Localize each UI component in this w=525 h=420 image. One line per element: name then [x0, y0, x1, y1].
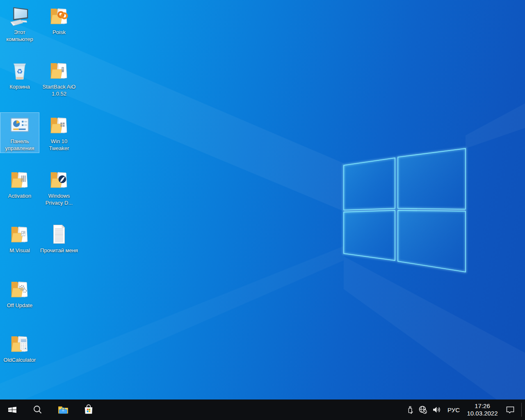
search-icon [32, 404, 43, 415]
folder-image-icon [9, 223, 31, 245]
desktop-icon-win10-tweaker[interactable]: Win 10 Tweaker [39, 112, 79, 153]
system-tray: РУС 17:26 10.03.2022 [404, 399, 525, 420]
folder-feather-icon [48, 169, 70, 191]
computer-icon [9, 5, 31, 27]
desktop-icon-label: Off Update [7, 302, 33, 309]
desktop-icon-oldcalculator[interactable]: OldCalculator [0, 331, 39, 365]
desktop-icon-label: OldCalculator [4, 356, 36, 363]
desktop-icon-label: Панель управления [1, 138, 39, 152]
desktop-icon-label: Корзина [9, 83, 30, 90]
volume-tray-button[interactable] [429, 399, 444, 420]
folder-barcode-icon [9, 169, 31, 191]
svg-text:♻: ♻ [16, 67, 23, 75]
desktop-icon-startback[interactable]: StartBack AiO 1.0.52 [39, 58, 79, 98]
desktop-icon-control-panel[interactable]: Панель управления [0, 112, 39, 153]
microsoft-store-button[interactable] [79, 399, 98, 420]
language-indicator[interactable]: РУС [444, 406, 463, 413]
action-center-icon [505, 405, 515, 415]
desktop-icon-label: StartBack AiO 1.0.52 [40, 83, 78, 97]
desktop-icon-label: Poisk [52, 29, 66, 36]
show-desktop-button[interactable] [522, 399, 525, 420]
folder-document-icon [48, 59, 70, 82]
desktop-icon-readme[interactable]: Прочитай меня [39, 221, 79, 255]
desktop-icon-mvisual[interactable]: M.Visual [0, 221, 39, 255]
taskbar: РУС 17:26 10.03.2022 [0, 399, 525, 420]
desktop-icon-off-update[interactable]: Off Update [0, 276, 39, 310]
folder-windows-icon [48, 114, 70, 136]
desktop-icon-label: M.Visual [9, 247, 30, 254]
desktop-icon-poisk[interactable]: Poisk [39, 3, 79, 37]
network-tray-button[interactable] [416, 399, 429, 420]
desktop-icon-label: Прочитай меня [40, 247, 78, 254]
search-button[interactable] [28, 399, 47, 420]
microsoft-store-icon [83, 404, 94, 415]
action-center-button[interactable] [502, 399, 519, 420]
desktop-icon-label: Activation [8, 192, 31, 199]
file-explorer-button[interactable] [54, 399, 73, 420]
folder-calculator-icon [9, 333, 31, 355]
start-button[interactable] [3, 399, 22, 420]
usb-device-tray-button[interactable] [404, 399, 416, 420]
clock-time: 17:26 [463, 402, 502, 410]
clock[interactable]: 17:26 10.03.2022 [463, 402, 502, 417]
start-icon [7, 405, 17, 415]
file-explorer-icon [57, 404, 69, 415]
usb-device-icon [406, 405, 415, 415]
volume-icon [431, 405, 442, 415]
desktop-background[interactable]: Этот компьютер Poisk ♻ Корзина StartBack… [0, 0, 525, 399]
folder-gears-icon [9, 278, 31, 300]
desktop-icon-label: Win 10 Tweaker [40, 138, 78, 152]
network-no-internet-icon [418, 405, 428, 415]
desktop-icon-recycle-bin[interactable]: ♻ Корзина [0, 58, 39, 91]
folder-rings-icon [48, 5, 70, 27]
desktop-icon-this-pc[interactable]: Этот компьютер [0, 3, 39, 44]
clock-date: 10.03.2022 [463, 410, 502, 417]
desktop-icon-windows-privacy[interactable]: Windows Privacy D... [39, 167, 79, 208]
text-document-icon [48, 223, 70, 245]
desktop-icon-label: Windows Privacy D... [40, 192, 78, 206]
recycle-bin-icon: ♻ [9, 59, 31, 82]
control-panel-icon [9, 114, 31, 136]
desktop-icon-activation[interactable]: Activation [0, 167, 39, 201]
wallpaper-windows-logo [336, 142, 472, 277]
desktop-icon-label: Этот компьютер [1, 29, 39, 43]
